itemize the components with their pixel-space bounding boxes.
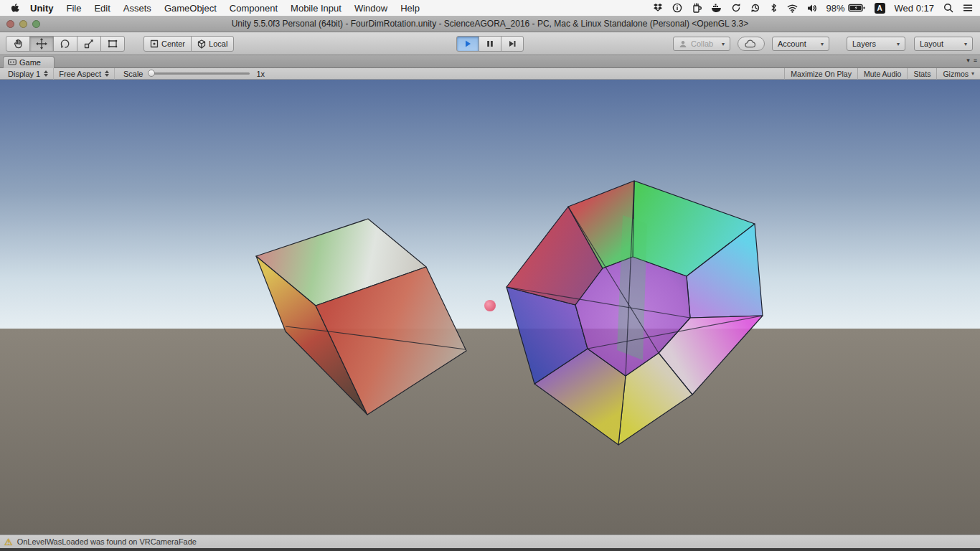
pivot-center-button[interactable]: Center	[143, 36, 192, 52]
game-viewport-render[interactable]	[0, 80, 980, 534]
scale-tool-button[interactable]	[77, 36, 101, 52]
spotlight-icon[interactable]	[943, 3, 953, 13]
layers-dropdown[interactable]: Layers ▾	[847, 37, 905, 51]
apple-menu-icon[interactable]	[10, 3, 19, 14]
scale-label: Scale	[123, 70, 143, 78]
battery-icon	[848, 4, 865, 12]
collab-dropdown[interactable]: Collab ▾	[673, 37, 730, 51]
game-tab-icon	[8, 59, 17, 66]
sky	[0, 80, 980, 329]
tab-game-label: Game	[19, 58, 41, 67]
gizmos-dropdown[interactable]: Gizmos ▾	[936, 68, 980, 80]
hand-tool-button[interactable]	[6, 36, 30, 52]
aspect-updown-icon	[105, 70, 109, 77]
docker-icon[interactable]	[711, 4, 722, 13]
cloud-button[interactable]	[738, 37, 765, 51]
step-icon	[507, 39, 517, 49]
brew-icon[interactable]	[692, 3, 702, 13]
transform-tools	[6, 36, 125, 52]
pause-button[interactable]	[479, 36, 501, 52]
menu-help[interactable]: Help	[394, 3, 426, 14]
wifi-icon[interactable]	[787, 4, 798, 13]
bluetooth-icon[interactable]	[770, 3, 778, 13]
playmode-controls	[456, 36, 524, 52]
console-statusbar[interactable]: ⚠ OnLevelWasLoaded was found on VRCamera…	[0, 534, 980, 548]
collab-label: Collab	[691, 39, 713, 48]
aspect-dropdown[interactable]: Free Aspect	[54, 68, 115, 80]
menu-assets[interactable]: Assets	[117, 3, 158, 14]
battery-percent-label: 98%	[826, 3, 845, 14]
move-tool-button[interactable]	[29, 36, 54, 52]
menu-edit[interactable]: Edit	[88, 3, 116, 14]
window-bottom-edge	[0, 548, 980, 551]
menu-unity[interactable]: Unity	[24, 3, 60, 14]
pane-menu-icon[interactable]: ≡	[974, 57, 977, 64]
rect-tool-button[interactable]	[100, 36, 125, 52]
macos-menubar: Unity File Edit Assets GameObject Compon…	[0, 0, 980, 16]
pivot-center-label: Center	[161, 39, 185, 48]
status-message: OnLevelWasLoaded was found on VRCameraFa…	[17, 537, 197, 546]
account-dropdown[interactable]: Account ▾	[772, 37, 829, 51]
game-tabstrip	[0, 55, 980, 68]
stats-button[interactable]: Stats	[907, 68, 936, 80]
sync-icon[interactable]	[731, 3, 741, 13]
pane-dropdown-icon[interactable]: ▾	[966, 57, 970, 64]
history-icon[interactable]	[750, 3, 760, 13]
tab-game[interactable]: Game	[3, 56, 55, 68]
pane-menu-controls: ▾ ≡	[966, 57, 977, 64]
layout-arrow-icon: ▾	[964, 41, 967, 47]
input-source-indicator[interactable]: A	[875, 3, 885, 14]
dropbox-icon[interactable]	[653, 4, 663, 13]
toolbar-right-controls: Collab ▾ Account ▾ Layers ▾ Layout ▾	[673, 37, 973, 51]
ground	[0, 329, 980, 534]
scale-slider[interactable]	[149, 72, 250, 75]
menu-mobile-input[interactable]: Mobile Input	[284, 3, 348, 14]
collab-people-icon	[679, 40, 687, 48]
collab-arrow-icon: ▾	[722, 41, 725, 47]
layout-dropdown[interactable]: Layout ▾	[914, 37, 973, 51]
menubar-status-icons: 98% A Wed 0:17	[653, 3, 973, 14]
warning-icon: ⚠	[4, 537, 13, 547]
game-view-right-buttons: Maximize On Play Mute Audio Stats Gizmos…	[784, 68, 980, 80]
zoom-window-button[interactable]	[32, 20, 40, 28]
scale-control: Scale 1x	[123, 70, 265, 78]
scale-slider-knob[interactable]	[148, 70, 155, 77]
menu-component[interactable]: Component	[223, 3, 284, 14]
cloud-icon	[744, 39, 758, 48]
menubar-clock[interactable]: Wed 0:17	[895, 3, 934, 14]
volume-icon[interactable]	[807, 4, 817, 13]
layers-label: Layers	[852, 39, 876, 48]
menu-window[interactable]: Window	[348, 3, 394, 14]
pivot-local-button[interactable]: Local	[191, 36, 234, 52]
gizmos-label: Gizmos	[943, 70, 969, 78]
minimize-window-button[interactable]	[19, 20, 27, 28]
rotate-tool-button[interactable]	[53, 36, 77, 52]
maximize-on-play-button[interactable]: Maximize On Play	[784, 68, 857, 80]
aspect-label: Free Aspect	[59, 70, 101, 78]
game-view-toolbar: Display 1 Free Aspect Scale 1x Maximize …	[0, 68, 980, 80]
play-icon	[463, 39, 473, 49]
close-window-button[interactable]	[6, 20, 14, 28]
unity-titlebar: Unity 5.5.0f3 Personal (64bit) - FourDim…	[0, 16, 980, 32]
step-button[interactable]	[501, 36, 524, 52]
scale-value: 1x	[256, 70, 265, 78]
pause-icon	[485, 39, 495, 49]
layout-label: Layout	[920, 39, 943, 48]
window-controls	[6, 20, 40, 28]
account-arrow-icon: ▾	[821, 41, 824, 47]
notification-center-icon[interactable]	[963, 4, 973, 12]
menu-gameobject[interactable]: GameObject	[158, 3, 223, 14]
game-viewport[interactable]	[0, 80, 980, 534]
center-icon	[150, 39, 159, 48]
center-marker-sphere	[484, 300, 496, 311]
display-dropdown[interactable]: Display 1	[3, 68, 54, 80]
mute-audio-button[interactable]: Mute Audio	[857, 68, 908, 80]
account-label: Account	[778, 39, 806, 48]
gizmos-arrow-icon: ▾	[971, 70, 974, 77]
menu-file[interactable]: File	[60, 3, 88, 14]
display-label: Display 1	[8, 70, 40, 78]
pivot-controls: Center Local	[143, 36, 234, 52]
battery-indicator[interactable]: 98%	[826, 3, 865, 14]
play-button[interactable]	[456, 36, 479, 52]
info-icon[interactable]	[672, 3, 682, 13]
